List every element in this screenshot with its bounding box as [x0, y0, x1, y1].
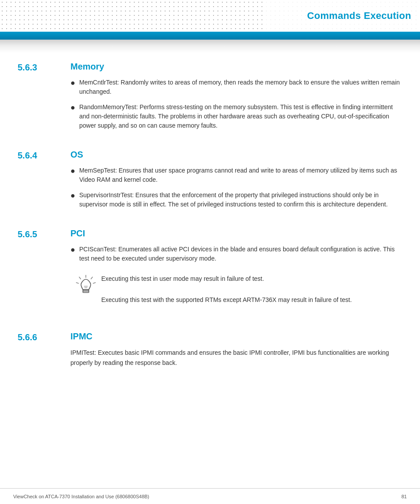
list-item: ● SupervisorInstrTest: Ensures that the …	[70, 191, 402, 209]
section-5-6-3: 5.6.3 Memory ● MemCntlrTest: Randomly wr…	[18, 62, 402, 136]
list-item: ● MemCntlrTest: Randomly writes to areas…	[70, 78, 402, 96]
gray-strip	[0, 40, 420, 53]
footer: ViewCheck on ATCA-7370 Installation and …	[0, 488, 420, 504]
section-heading-5-6-3: Memory	[70, 62, 402, 72]
bullet-text: MemCntlrTest: Randomly writes to areas o…	[79, 78, 402, 96]
section-heading-5-6-6: IPMC	[70, 331, 402, 342]
section-number-5-6-3: 5.6.3	[18, 62, 70, 136]
list-item: ● MemSepTest: Ensures that user space pr…	[70, 166, 402, 184]
bullet-list-5-6-5: ● PCIScanTest: Enumerates all active PCI…	[70, 245, 402, 263]
svg-line-4	[93, 283, 96, 283]
section-content-5-6-3: Memory ● MemCntlrTest: Randomly writes t…	[70, 62, 402, 136]
bullet-dot: ●	[70, 102, 79, 114]
section-number-5-6-6: 5.6.6	[18, 331, 70, 368]
list-item: ● PCIScanTest: Enumerates all active PCI…	[70, 245, 402, 263]
svg-line-1	[79, 277, 81, 279]
note-text: Executing this test in user mode may res…	[101, 274, 402, 305]
bullet-dot: ●	[70, 244, 79, 256]
bullet-dot: ●	[70, 165, 79, 177]
bullet-dot: ●	[70, 190, 79, 202]
header-title-area: Commands Execution	[266, 0, 420, 32]
bullet-list-5-6-4: ● MemSepTest: Ensures that user space pr…	[70, 166, 402, 209]
footer-page-number: 81	[402, 494, 407, 499]
bullet-text: RandomMemoryTest: Performs stress-testin…	[79, 103, 402, 130]
svg-line-3	[91, 277, 92, 279]
lightbulb-icon	[70, 274, 101, 300]
main-content: 5.6.3 Memory ● MemCntlrTest: Randomly wr…	[0, 53, 420, 398]
lightbulb-svg	[75, 274, 97, 300]
section-number-5-6-5: 5.6.5	[18, 228, 70, 318]
note-line-2: Executing this test with the supported R…	[101, 296, 352, 303]
section-paragraph-5-6-6: IPMITest: Executes basic IPMI commands a…	[70, 348, 402, 368]
section-5-6-6: 5.6.6 IPMC IPMITest: Executes basic IPMI…	[18, 331, 402, 368]
bullet-dot: ●	[70, 77, 79, 89]
header: Commands Execution	[0, 0, 420, 40]
header-blue-bar	[0, 32, 420, 40]
bullet-text: PCIScanTest: Enumerates all active PCI d…	[79, 245, 402, 263]
page-title: Commands Execution	[307, 10, 411, 22]
bullet-text: MemSepTest: Ensures that user space prog…	[79, 166, 402, 184]
note-box: Executing this test in user mode may res…	[70, 269, 402, 309]
section-content-5-6-4: OS ● MemSepTest: Ensures that user space…	[70, 150, 402, 215]
list-item: ● RandomMemoryTest: Performs stress-test…	[70, 103, 402, 130]
section-5-6-5: 5.6.5 PCI ● PCIScanTest: Enumerates all …	[18, 228, 402, 318]
section-content-5-6-5: PCI ● PCIScanTest: Enumerates all active…	[70, 228, 402, 318]
bullet-list-5-6-3: ● MemCntlrTest: Randomly writes to areas…	[70, 78, 402, 130]
section-number-5-6-4: 5.6.4	[18, 150, 70, 215]
section-heading-5-6-4: OS	[70, 150, 402, 160]
footer-left-text: ViewCheck on ATCA-7370 Installation and …	[13, 494, 149, 499]
note-line-1: Executing this test in user mode may res…	[101, 275, 264, 282]
svg-line-2	[76, 283, 78, 283]
section-5-6-4: 5.6.4 OS ● MemSepTest: Ensures that user…	[18, 150, 402, 215]
bullet-text: SupervisorInstrTest: Ensures that the en…	[79, 191, 402, 209]
section-content-5-6-6: IPMC IPMITest: Executes basic IPMI comma…	[70, 331, 402, 368]
section-heading-5-6-5: PCI	[70, 228, 402, 239]
